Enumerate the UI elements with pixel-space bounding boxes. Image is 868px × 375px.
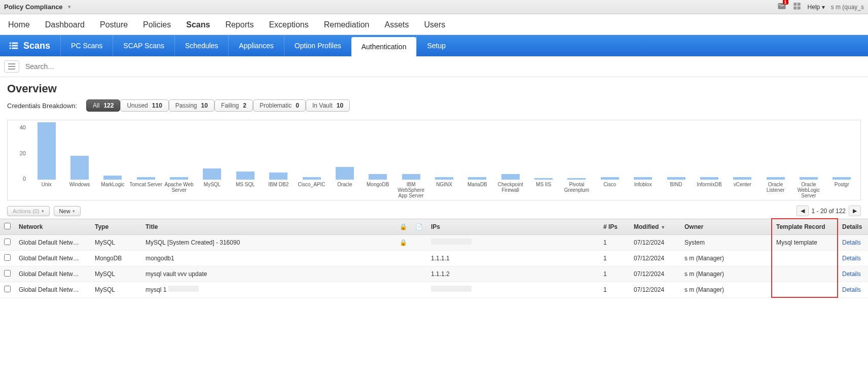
row-checkbox[interactable] bbox=[4, 286, 11, 292]
col-modified[interactable]: Modified▼ bbox=[630, 219, 680, 234]
bar-tomcat-server[interactable]: Tomcat Server bbox=[129, 177, 162, 198]
tab-scap-scans[interactable]: SCAP Scans bbox=[113, 35, 174, 56]
filter-icon[interactable] bbox=[4, 60, 19, 73]
module-name: Policy Compliance bbox=[4, 3, 63, 11]
tab-setup[interactable]: Setup bbox=[416, 35, 456, 56]
help-dropdown[interactable]: Help ▾ bbox=[808, 4, 825, 11]
col-network[interactable]: Network bbox=[15, 219, 91, 234]
bar-infoblox[interactable]: Infoblox bbox=[626, 177, 659, 198]
bar-oracle-listener[interactable]: Oracle Listener bbox=[759, 177, 792, 198]
select-all-checkbox[interactable] bbox=[4, 223, 11, 229]
bar-mariadb[interactable]: MariaDB bbox=[461, 177, 494, 198]
bar-mongodb[interactable]: MongoDB bbox=[361, 174, 394, 198]
list-icon bbox=[8, 40, 19, 51]
actions-dropdown[interactable]: Actions (0)▾ bbox=[7, 206, 50, 216]
col-icon-0[interactable] bbox=[0, 219, 15, 234]
bar-ibm-websphere-app-server[interactable]: IBM WebSphere App Server bbox=[394, 174, 427, 198]
bar-cisco[interactable]: Cisco bbox=[593, 177, 626, 198]
table-row[interactable]: Global Default Netw…MySQLMySQL [System C… bbox=[0, 234, 868, 250]
bar-checkpoint-firewall[interactable]: Checkpoint Firewall bbox=[494, 174, 527, 198]
nav-exceptions[interactable]: Exceptions bbox=[269, 20, 308, 29]
details-link[interactable]: Details bbox=[842, 255, 861, 262]
pill-all[interactable]: All122 bbox=[86, 99, 120, 112]
windows-icon[interactable] bbox=[792, 2, 802, 12]
search-input[interactable] bbox=[22, 59, 864, 74]
pager: ◀ 1 - 20 of 122 ▶ bbox=[797, 206, 861, 216]
row-checkbox[interactable] bbox=[4, 254, 11, 261]
nav-home[interactable]: Home bbox=[8, 20, 30, 29]
bar-bind[interactable]: BIND bbox=[660, 177, 693, 198]
table-row[interactable]: Global Default Netw…MongoDBmongodb11.1.1… bbox=[0, 250, 868, 266]
bar-oracle-weblogic-server[interactable]: Oracle WebLogic Server bbox=[792, 177, 825, 198]
pill-in-vault[interactable]: In Vault10 bbox=[306, 99, 350, 112]
tab-authentication[interactable]: Authentication bbox=[351, 37, 417, 56]
bar-cisco-apic[interactable]: Cisco_APIC bbox=[295, 177, 328, 198]
col-icon-4[interactable]: 🔒 bbox=[395, 219, 411, 234]
nav-assets[interactable]: Assets bbox=[385, 20, 409, 29]
table-row[interactable]: Global Default Netw…MySQLmysql vault vvv… bbox=[0, 266, 868, 282]
user-info[interactable]: s m (quay_s bbox=[831, 4, 864, 11]
row-checkbox[interactable] bbox=[4, 238, 11, 245]
nav-users[interactable]: Users bbox=[424, 20, 446, 29]
table-row[interactable]: Global Default Netw…MySQLmysql 1 107/12/… bbox=[0, 282, 868, 297]
nav-policies[interactable]: Policies bbox=[143, 20, 171, 29]
pager-prev[interactable]: ◀ bbox=[797, 206, 809, 216]
bar-unix[interactable]: Unix bbox=[30, 122, 63, 198]
bar-mysql[interactable]: MySQL bbox=[196, 168, 229, 198]
row-checkbox[interactable] bbox=[4, 270, 11, 277]
pager-next[interactable]: ▶ bbox=[849, 206, 861, 216]
col-type[interactable]: Type bbox=[91, 219, 141, 234]
tab-pc-scans[interactable]: PC Scans bbox=[60, 35, 113, 56]
nav-remediation[interactable]: Remediation bbox=[324, 20, 370, 29]
overview-section: Overview Credentials Breakdown: All122Un… bbox=[0, 77, 868, 117]
bar-informixdb[interactable]: InformixDB bbox=[693, 177, 726, 198]
pill-failing[interactable]: Failing2 bbox=[214, 99, 253, 112]
details-link[interactable]: Details bbox=[842, 239, 861, 246]
main-nav: HomeDashboardPosturePoliciesScansReports… bbox=[0, 14, 868, 35]
svg-rect-5 bbox=[12, 43, 18, 44]
col-details[interactable]: Details bbox=[838, 219, 868, 234]
col-title[interactable]: Title bbox=[141, 219, 395, 234]
svg-rect-0 bbox=[793, 3, 797, 6]
nav-reports[interactable]: Reports bbox=[225, 20, 254, 29]
pill-problematic[interactable]: Problematic0 bbox=[253, 99, 306, 112]
tab-schedules[interactable]: Schedules bbox=[174, 35, 228, 56]
tab-appliances[interactable]: Appliances bbox=[228, 35, 284, 56]
bar-nginx[interactable]: NGINX bbox=[427, 177, 460, 198]
col-ips[interactable]: IPs bbox=[427, 219, 599, 234]
nav-posture[interactable]: Posture bbox=[100, 20, 128, 29]
col-icon-5[interactable]: 📄 bbox=[411, 219, 427, 234]
col-owner[interactable]: Owner bbox=[680, 219, 772, 234]
nav-dashboard[interactable]: Dashboard bbox=[45, 20, 85, 29]
sub-nav: Scans PC ScansSCAP ScansSchedulesApplian… bbox=[0, 35, 868, 56]
details-link[interactable]: Details bbox=[842, 286, 861, 293]
bar-ms-sql[interactable]: MS SQL bbox=[229, 172, 262, 198]
details-link[interactable]: Details bbox=[842, 270, 861, 278]
pill-passing[interactable]: Passing10 bbox=[169, 99, 214, 112]
col--ips[interactable]: # IPs bbox=[599, 219, 630, 234]
svg-rect-3 bbox=[797, 7, 800, 10]
bar-windows[interactable]: Windows bbox=[63, 156, 96, 198]
svg-rect-9 bbox=[12, 48, 18, 49]
col-template-record[interactable]: Template Record bbox=[772, 219, 838, 234]
module-dropdown-icon[interactable]: ▾ bbox=[68, 4, 71, 10]
bar-ms-iis[interactable]: MS IIS bbox=[527, 178, 560, 198]
notification-badge: 1 bbox=[783, 0, 788, 5]
svg-rect-1 bbox=[797, 3, 800, 6]
bar-vcenter[interactable]: vCenter bbox=[726, 177, 759, 198]
svg-rect-12 bbox=[8, 69, 15, 70]
new-dropdown[interactable]: New▾ bbox=[54, 206, 81, 216]
bar-marklogic[interactable]: MarkLogic bbox=[96, 176, 129, 198]
bar-oracle[interactable]: Oracle bbox=[328, 167, 361, 198]
bar-postgr[interactable]: Postgr bbox=[825, 177, 858, 198]
pager-text: 1 - 20 of 122 bbox=[812, 208, 846, 215]
doc-icon: 📄 bbox=[415, 223, 423, 230]
bar-ibm-db2[interactable]: IBM DB2 bbox=[262, 173, 295, 198]
sub-nav-title: Scans bbox=[0, 35, 58, 56]
notification-icon[interactable]: 1 bbox=[777, 2, 786, 12]
bar-pivotal-greenplum[interactable]: Pivotal Greenplum bbox=[560, 178, 593, 198]
nav-scans[interactable]: Scans bbox=[186, 20, 210, 29]
pill-unused[interactable]: Unused110 bbox=[120, 99, 168, 112]
bar-apache-web-server[interactable]: Apache Web Server bbox=[162, 177, 195, 198]
tab-option-profiles[interactable]: Option Profiles bbox=[284, 35, 351, 56]
